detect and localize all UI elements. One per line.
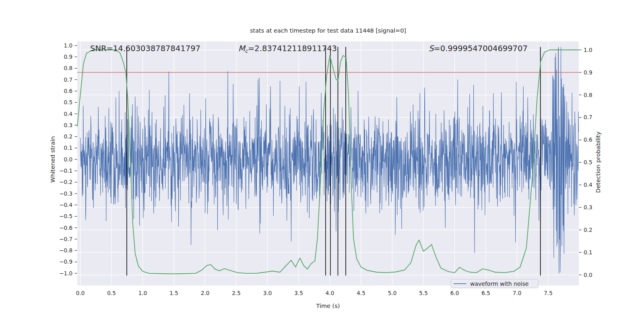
y-left-tick-label: −0.7 [59, 236, 72, 242]
x-tick-label: 1.0 [138, 290, 147, 296]
y-left-tick-label: 1.0 [64, 42, 72, 49]
y-left-tick-label: −0.6 [59, 225, 72, 231]
y-left-tick-label: 0.2 [64, 133, 72, 140]
y-left-tick-label: 0.4 [64, 111, 72, 117]
y-left-tick-label: −0.9 [59, 258, 72, 265]
legend: waveform with noise [451, 279, 539, 288]
y-right-tick-label: 0.1 [584, 249, 592, 256]
y-left-tick-label: 0.5 [64, 99, 72, 105]
x-tick-label: 4.5 [357, 290, 365, 296]
y-left-tick-label: −0.5 [59, 213, 72, 219]
y-right-tick-label: 0.9 [584, 69, 592, 76]
x-tick-label: 6.5 [481, 290, 490, 296]
x-tick-label: 3.0 [263, 290, 272, 296]
figure: 0.00.51.01.52.02.53.03.54.04.55.05.56.06… [0, 0, 644, 322]
y-right-tick-label: 0.0 [584, 272, 592, 278]
y-axis-label-left: Whitened strain [50, 136, 56, 182]
annotation-snr: SNR=14.603038787841797 [90, 44, 200, 53]
x-tick-label: 7.0 [513, 290, 521, 296]
y-left-tick-label: −0.4 [59, 202, 72, 208]
y-axis-label-right: Detection probability [595, 131, 601, 193]
y-left-tick-label: 0.8 [64, 65, 72, 71]
y-right-tick-label: 0.5 [584, 159, 592, 165]
y-right-tick-label: 0.6 [584, 136, 592, 143]
x-tick-label: 0.5 [107, 290, 116, 296]
y-left-tick-label: −0.8 [59, 247, 72, 254]
y-right-tick-label: 0.8 [584, 92, 592, 98]
y-left-tick-label: 0.7 [64, 76, 72, 83]
x-tick-label: 6.0 [450, 290, 459, 296]
x-tick-label: 0.0 [76, 290, 85, 296]
y-left-tick-label: −0.2 [59, 179, 72, 185]
y-left-tick-label: −0.3 [59, 190, 72, 197]
y-left-tick-label: 0.3 [64, 122, 72, 128]
x-tick-label: 2.5 [232, 290, 240, 296]
legend-label: waveform with noise [470, 281, 528, 287]
y-left-tick-label: 0.0 [64, 156, 72, 163]
y-right-tick-label: 0.7 [584, 114, 592, 120]
y-left-tick-label: 0.1 [64, 144, 72, 151]
x-tick-label: 1.5 [169, 290, 178, 296]
x-tick-label: 4.0 [326, 290, 334, 296]
y-right-tick-label: 0.3 [584, 204, 592, 211]
x-axis-label: Time (s) [316, 303, 340, 309]
annotation-chirp-mass: Mc=2.837412118911743 [238, 44, 337, 54]
y-left-tick-label: 0.6 [64, 88, 72, 94]
x-tick-label: 2.0 [201, 290, 209, 296]
x-tick-label: 5.5 [419, 290, 427, 296]
x-tick-label: 3.5 [294, 290, 303, 296]
y-left-tick-label: 0.9 [64, 54, 72, 60]
y-right-tick-label: 1.0 [584, 47, 592, 53]
y-right-tick-label: 0.4 [584, 182, 592, 188]
annotation-score: S=0.9999547004699707 [429, 44, 528, 53]
chart-title: stats at each timestep for test data 114… [250, 27, 406, 34]
x-tick-label: 5.0 [388, 290, 396, 296]
y-right-tick-label: 0.2 [584, 227, 592, 233]
x-tick-label: 7.5 [544, 290, 552, 296]
y-left-tick-label: −1.0 [59, 270, 72, 277]
y-left-tick-label: −0.1 [59, 167, 72, 174]
